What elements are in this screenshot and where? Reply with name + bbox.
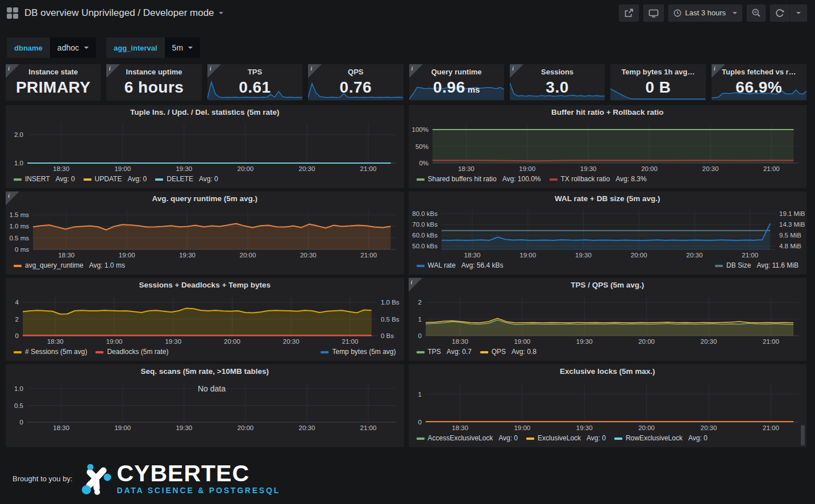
legend-item[interactable]: DELETEAvg: 0: [155, 174, 218, 184]
stat-title[interactable]: Sessions: [510, 68, 605, 76]
svg-text:21:00: 21:00: [360, 165, 377, 172]
panel-title[interactable]: Buffer hit ratio + Rollback ratio: [409, 105, 807, 119]
legend-item[interactable]: ExclusiveLockAvg: 0: [526, 434, 606, 443]
legend-series-swatch: [155, 178, 163, 181]
chart-area[interactable]: 18:3019:0019:3020:0020:3021:000%50%100%: [409, 119, 807, 173]
stat-panel-tps: i TPS 0.61: [207, 64, 302, 101]
panel-title[interactable]: Seq. scans (5m rate, >10MB tables): [6, 364, 404, 378]
legend-item[interactable]: Deadlocks (5m rate): [95, 347, 168, 357]
refresh-button[interactable]: [770, 5, 789, 22]
variable-dbname-value[interactable]: adhoc: [50, 38, 96, 58]
panel-title[interactable]: TPS / QPS (5m avg.): [409, 278, 807, 292]
cybertec-logo[interactable]: CYBERTEC DATA SCIENCE & POSTGRESQL: [82, 463, 281, 495]
panel-title[interactable]: Tuple Ins. / Upd. / Del. statistics (5m …: [6, 105, 404, 119]
legend-series-avg: Avg: 100.0%: [502, 174, 541, 184]
dashboard-title[interactable]: DB overview Unprivileged / Developer mod…: [24, 7, 223, 19]
svg-text:0: 0: [418, 332, 421, 339]
svg-text:50%: 50%: [415, 143, 428, 150]
stat-title[interactable]: QPS: [308, 68, 403, 76]
panel-title[interactable]: WAL rate + DB size (5m avg.): [409, 191, 807, 206]
legend-series-label: QPS: [492, 347, 506, 357]
svg-text:No data: No data: [198, 384, 226, 393]
cycle-view-button[interactable]: [643, 5, 664, 22]
legend-item[interactable]: TX rollback ratioAvg: 8.3%: [550, 174, 647, 184]
legend: INSERTAvg: 0UPDATEAvg: 0DELETEAvg: 0: [6, 173, 404, 184]
panel-title[interactable]: Sessions + Deadlocks + Temp bytes: [6, 278, 404, 292]
panel-seq-scans: i Seq. scans (5m rate, >10MB tables) 18:…: [6, 364, 404, 447]
chart-area[interactable]: 18:3019:0019:3020:0020:3021:0000.51.0No …: [6, 378, 404, 432]
stat-panel-instance-state: i Instance state PRIMARY: [6, 64, 101, 101]
legend-item[interactable]: DB SizeAvg: 11.6 MiB: [715, 261, 799, 270]
legend-item[interactable]: Temp bytes (5m avg): [321, 347, 396, 357]
panel-title[interactable]: Exclusive locks (5m max.): [409, 364, 807, 378]
chevron-down-icon: [188, 47, 193, 49]
info-corner-icon[interactable]: i: [106, 64, 120, 78]
legend-series-avg: Avg: 11.6 MiB: [756, 261, 799, 270]
legend-scrollbar[interactable]: [801, 425, 805, 445]
svg-text:20:00: 20:00: [638, 338, 655, 345]
variable-agg-interval-value[interactable]: 5m: [165, 38, 200, 58]
panel-title[interactable]: Avg. query runtime (5m avg.): [6, 191, 404, 206]
legend-series-swatch: [14, 351, 22, 353]
share-button[interactable]: [619, 5, 639, 22]
svg-text:18:30: 18:30: [47, 338, 64, 345]
info-corner-icon[interactable]: i: [510, 64, 523, 78]
info-corner-icon[interactable]: i: [409, 278, 422, 291]
time-range-picker[interactable]: Last 3 hours: [668, 5, 742, 22]
stat-title[interactable]: Temp bytes 1h avg…: [610, 68, 705, 76]
svg-text:70.0 kBs: 70.0 kBs: [412, 221, 438, 228]
legend-series-avg: Avg: 56.4 kBs: [461, 261, 504, 270]
legend-series-swatch: [417, 351, 425, 353]
svg-text:4: 4: [15, 299, 19, 306]
legend-item[interactable]: QPSAvg: 0.8: [480, 347, 537, 357]
svg-text:19:00: 19:00: [114, 424, 131, 431]
refresh-group: [770, 5, 807, 22]
stat-title[interactable]: Instance state: [6, 68, 101, 76]
chart-area[interactable]: 18:3019:0019:3020:0020:3021:001.02.0: [6, 119, 404, 173]
zoom-out-button[interactable]: [747, 5, 766, 22]
legend-item[interactable]: WAL rateAvg: 56.4 kBs: [417, 261, 504, 270]
stat-title[interactable]: Query runtime: [409, 68, 504, 76]
stat-title[interactable]: Tuples fetched vs r…: [712, 68, 806, 76]
info-corner-icon[interactable]: i: [712, 64, 725, 78]
legend-series-label: DB Size: [726, 261, 751, 270]
legend-series-label: RowExclusiveLock: [626, 434, 683, 443]
stat-title[interactable]: TPS: [207, 68, 302, 76]
refresh-interval-button[interactable]: [790, 5, 807, 22]
dashboard-grid-icon[interactable]: [7, 7, 18, 19]
svg-text:1.0 Bs: 1.0 Bs: [381, 299, 400, 306]
legend-item[interactable]: avg_query_runtimeAvg: 1.0 ms: [14, 261, 125, 270]
chart-area[interactable]: 18:3019:0019:3020:0020:3021:00012: [409, 292, 807, 345]
svg-text:20:30: 20:30: [700, 424, 717, 431]
chart-area[interactable]: 18:3019:0019:3020:0020:3021:0001: [409, 378, 807, 432]
legend-series-swatch: [14, 178, 22, 181]
legend-item[interactable]: RowExclusiveLockAvg: 0: [614, 434, 708, 443]
svg-text:80.0 kBs: 80.0 kBs: [412, 210, 438, 217]
legend: [6, 432, 404, 434]
legend-series-label: Temp bytes (5m avg): [332, 347, 396, 357]
legend-item[interactable]: UPDATEAvg: 0: [84, 174, 147, 184]
info-corner-icon[interactable]: i: [308, 64, 322, 78]
legend-series-swatch: [614, 438, 622, 440]
cybertec-tagline: DATA SCIENCE & POSTGRESQL: [117, 486, 281, 495]
stat-value: 0.61: [207, 78, 302, 97]
info-corner-icon[interactable]: i: [409, 64, 423, 78]
legend-item[interactable]: TPSAvg: 0.7: [417, 347, 472, 357]
stat-value: 66.9%: [712, 78, 806, 97]
legend-series-avg: Avg: 0: [56, 174, 75, 184]
svg-text:20:30: 20:30: [283, 338, 300, 345]
chart-area[interactable]: 18:3019:0019:3020:0020:3021:000240 Bs0.5…: [6, 292, 404, 345]
legend-item[interactable]: INSERTAvg: 0: [14, 174, 75, 184]
stat-title[interactable]: Instance uptime: [106, 68, 201, 76]
legend-item[interactable]: Shared buffers hit ratioAvg: 100.0%: [417, 174, 541, 184]
legend-item[interactable]: AccessExclusiveLockAvg: 0: [417, 434, 518, 443]
chart-area[interactable]: 18:3019:0019:3020:0020:3021:000 ms0.5 ms…: [6, 206, 404, 259]
chart-area[interactable]: 18:3019:0019:3020:0020:3021:0050.0 kBs60…: [409, 206, 807, 259]
info-corner-icon[interactable]: i: [6, 191, 19, 205]
info-corner-icon[interactable]: i: [6, 64, 19, 78]
legend-item[interactable]: # Sessions (5m avg): [14, 347, 87, 357]
footer: Brought to you by: CYBERTEC DATA SCIENCE…: [13, 463, 815, 495]
info-corner-icon[interactable]: i: [207, 64, 221, 78]
svg-text:19:30: 19:30: [176, 424, 192, 431]
clock-icon: [673, 9, 681, 17]
